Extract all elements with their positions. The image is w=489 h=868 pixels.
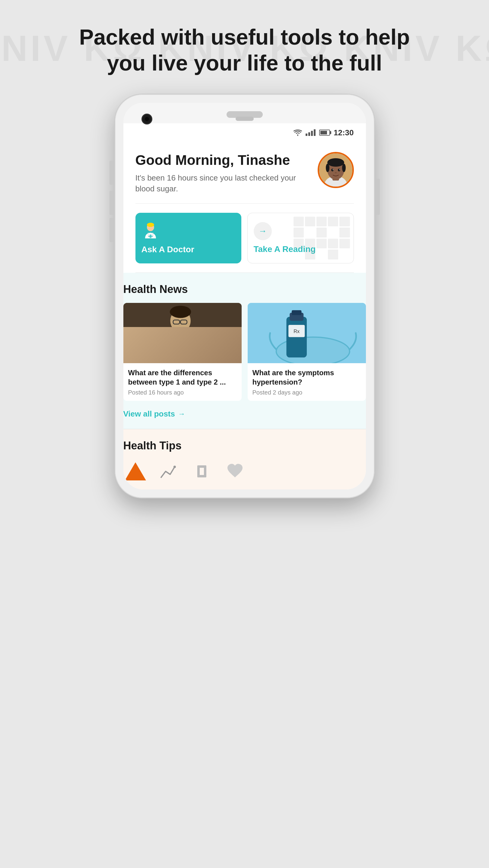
doctor-icon <box>142 222 160 240</box>
health-tips-section: Health Tips <box>123 429 366 490</box>
chart-icon <box>160 462 178 480</box>
svg-point-6 <box>342 164 346 172</box>
health-news-section: Health News <box>123 273 366 429</box>
health-news-title: Health News <box>123 283 366 296</box>
app-content: Good Morning, Tinashe It's been 16 hours… <box>123 140 366 273</box>
view-all-posts-label: View all posts <box>123 409 175 418</box>
greeting-subtitle: It's been 16 hours since you last checke… <box>136 173 312 194</box>
phone-device: 12:30 Good Morning, Tinashe It's been 16… <box>109 94 380 498</box>
greeting-title: Good Morning, Tinashe <box>136 152 312 168</box>
page-headline: Packed with useful tools to help you liv… <box>33 0 456 94</box>
tip-icon-3 <box>190 459 214 484</box>
svg-point-10 <box>339 169 340 170</box>
triangle-icon <box>125 462 146 480</box>
news-card-1-body: What are the differences between type 1 … <box>123 363 242 401</box>
app-header: Good Morning, Tinashe It's been 16 hours… <box>136 140 354 204</box>
health-tips-title: Health Tips <box>123 439 366 452</box>
svg-point-22 <box>170 306 191 318</box>
qr-pattern <box>290 213 353 263</box>
tip-icon-1 <box>123 459 147 484</box>
svg-point-5 <box>326 164 329 172</box>
fingerprint-sensor <box>236 117 254 121</box>
svg-point-9 <box>333 169 333 170</box>
status-bar: 12:30 <box>123 123 366 140</box>
news-cards-container: What are the differences between type 1 … <box>123 303 366 401</box>
tip-icon-4 <box>223 459 247 484</box>
svg-rect-36 <box>200 465 206 468</box>
battery-fill <box>320 131 327 134</box>
status-icons: 12:30 <box>293 128 354 137</box>
view-all-posts-arrow-icon: → <box>178 410 185 418</box>
svg-point-13 <box>147 223 154 227</box>
news-card-2-body: What are the symptoms hypertension? Post… <box>248 363 366 401</box>
tip-icon-2 <box>156 459 181 484</box>
svg-rect-18 <box>123 333 242 345</box>
svg-point-4 <box>327 158 344 167</box>
news-card-2[interactable]: Rx What are the symptoms hypertension? P… <box>248 303 366 401</box>
battery-icon <box>319 130 330 135</box>
news-card-1-title: What are the differences between type 1 … <box>128 368 237 387</box>
take-reading-arrow-icon: → <box>254 222 272 240</box>
news-image-1 <box>123 303 242 363</box>
wifi-icon <box>293 129 302 136</box>
heart-icon <box>226 462 244 480</box>
health-tips-icons <box>123 459 366 484</box>
action-buttons: Ask A Doctor → Take A Reading <box>136 204 354 273</box>
phone-screen: 12:30 Good Morning, Tinashe It's been 16… <box>123 103 366 490</box>
greeting-section: Good Morning, Tinashe It's been 16 hours… <box>136 152 312 194</box>
news-card-1[interactable]: What are the differences between type 1 … <box>123 303 242 401</box>
take-reading-button[interactable]: → Take A Reading <box>247 213 354 264</box>
news-image-2: Rx <box>248 303 366 363</box>
view-all-posts-link[interactable]: View all posts → <box>123 409 366 418</box>
svg-rect-17 <box>123 341 242 363</box>
avatar-image <box>319 153 352 187</box>
svg-point-31 <box>173 466 176 468</box>
bracket-icon <box>193 462 211 480</box>
status-time: 12:30 <box>334 128 354 137</box>
signal-icon <box>306 129 316 136</box>
news-card-1-time: Posted 16 hours ago <box>128 389 237 396</box>
svg-text:Rx: Rx <box>293 329 299 334</box>
svg-rect-37 <box>200 475 206 477</box>
avatar[interactable] <box>318 152 354 188</box>
svg-rect-30 <box>291 310 301 315</box>
svg-rect-26 <box>286 316 307 357</box>
phone-outer-shell: 12:30 Good Morning, Tinashe It's been 16… <box>115 94 374 498</box>
svg-rect-15 <box>148 236 153 237</box>
ask-doctor-button[interactable]: Ask A Doctor <box>136 213 241 264</box>
svg-point-11 <box>335 172 337 173</box>
phone-top-bar <box>123 103 366 123</box>
front-camera <box>142 114 152 124</box>
news-card-2-time: Posted 2 days ago <box>253 389 361 396</box>
ask-doctor-label: Ask A Doctor <box>142 245 194 254</box>
news-card-2-title: What are the symptoms hypertension? <box>253 368 361 387</box>
